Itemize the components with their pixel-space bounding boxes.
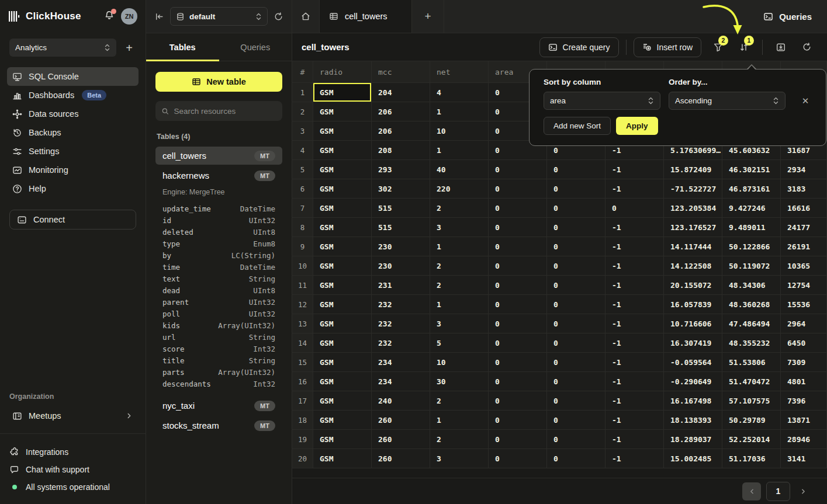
table-cell[interactable]: 12754 [781, 276, 827, 295]
table-cell[interactable]: 2964 [781, 314, 827, 333]
table-cell[interactable]: -1 [605, 276, 664, 295]
table-cell[interactable]: 0 [547, 449, 605, 468]
table-cell[interactable]: GSM [313, 179, 372, 199]
selected-cell[interactable]: GSM [313, 83, 372, 102]
table-cell[interactable]: 2 [430, 199, 489, 218]
sidebar-item-chat-support[interactable]: Chat with support [9, 461, 136, 478]
table-cell[interactable]: 0 [547, 314, 605, 333]
table-cell[interactable]: GSM [313, 256, 372, 276]
table-cell[interactable]: 260 [372, 411, 430, 430]
table-cell[interactable]: 0 [547, 372, 605, 391]
row-number[interactable]: 1 [292, 83, 313, 102]
table-cell[interactable]: 14.117444 [664, 237, 722, 256]
table-cell[interactable]: 15.002485 [664, 449, 722, 468]
column-header-radio[interactable]: radio [313, 61, 372, 83]
row-number[interactable]: 16 [292, 372, 313, 391]
table-cell[interactable]: 0 [489, 333, 547, 353]
table-cell[interactable]: GSM [313, 276, 372, 295]
table-cell[interactable]: 0 [605, 199, 664, 218]
apply-sort-button[interactable]: Apply [616, 117, 658, 135]
table-cell[interactable]: 0 [489, 199, 547, 218]
table-cell[interactable]: 208 [372, 141, 430, 160]
table-cell[interactable]: 0 [489, 160, 547, 179]
row-number[interactable]: 5 [292, 160, 313, 179]
table-cell[interactable]: 0 [547, 218, 605, 237]
table-cell[interactable]: 15536 [781, 295, 827, 314]
table-cell[interactable]: 51.53806 [722, 353, 781, 372]
table-cell[interactable]: 18.138393 [664, 411, 722, 430]
table-cell[interactable]: 260 [372, 449, 430, 468]
table-cell[interactable]: 1 [430, 411, 489, 430]
table-cell[interactable]: 0 [489, 276, 547, 295]
table-cell[interactable]: 0 [489, 179, 547, 199]
table-cell[interactable]: GSM [313, 391, 372, 411]
table-cell[interactable]: 10 [430, 353, 489, 372]
table-cell[interactable]: -1 [605, 295, 664, 314]
table-cell[interactable]: 0 [489, 295, 547, 314]
table-cell[interactable]: 0 [489, 353, 547, 372]
table-cell[interactable]: 4801 [781, 372, 827, 391]
sidebar-item-sql-console[interactable]: SQL Console [7, 67, 139, 86]
row-number[interactable]: 7 [292, 199, 313, 218]
current-page-button[interactable]: 1 [766, 482, 790, 501]
tab-tables[interactable]: Tables [146, 33, 219, 61]
workspace-selector[interactable]: Analytics [9, 39, 116, 57]
table-cell[interactable]: 3 [430, 314, 489, 333]
table-cell[interactable]: 1 [430, 295, 489, 314]
system-status-item[interactable]: All systems operational [9, 478, 136, 496]
table-cell[interactable]: 0 [489, 411, 547, 430]
sidebar-item-dashboards[interactable]: DashboardsBeta [7, 86, 139, 105]
table-cell[interactable]: 16.167498 [664, 391, 722, 411]
row-number[interactable]: 3 [292, 121, 313, 141]
table-cell[interactable]: 48.360268 [722, 295, 781, 314]
table-cell[interactable]: 234 [372, 372, 430, 391]
row-number[interactable]: 10 [292, 256, 313, 276]
home-tab[interactable] [292, 0, 320, 33]
table-cell[interactable]: 24177 [781, 218, 827, 237]
table-cell[interactable]: 16.057839 [664, 295, 722, 314]
table-cell[interactable]: 1 [430, 102, 489, 121]
table-cell[interactable]: 0 [547, 295, 605, 314]
table-cell[interactable]: 10 [430, 121, 489, 141]
table-cell[interactable]: GSM [313, 353, 372, 372]
table-cell[interactable]: 16.307419 [664, 333, 722, 353]
table-cell[interactable]: 232 [372, 314, 430, 333]
table-cell[interactable]: 30 [430, 372, 489, 391]
table-cell[interactable]: 47.486494 [722, 314, 781, 333]
sidebar-item-help[interactable]: Help [7, 179, 139, 198]
row-number[interactable]: 14 [292, 333, 313, 353]
search-box[interactable] [155, 101, 282, 121]
table-cell[interactable]: GSM [313, 295, 372, 314]
table-cell[interactable]: GSM [313, 449, 372, 468]
sidebar-item-monitoring[interactable]: Monitoring [7, 161, 139, 179]
sidebar-item-meetups[interactable]: Meetups [7, 406, 139, 425]
insert-row-button[interactable]: Insert row [634, 37, 701, 57]
table-cell[interactable]: 0 [547, 160, 605, 179]
table-cell[interactable]: 16616 [781, 199, 827, 218]
table-cell[interactable]: 3 [430, 218, 489, 237]
table-cell[interactable]: 220 [430, 179, 489, 199]
table-cell[interactable]: -1 [605, 372, 664, 391]
table-cell[interactable]: 302 [372, 179, 430, 199]
table-cell[interactable]: 51.470472 [722, 372, 781, 391]
table-cell[interactable]: 50.29789 [722, 411, 781, 430]
next-page-button[interactable] [795, 482, 811, 500]
table-cell[interactable]: 28946 [781, 430, 827, 449]
table-cell[interactable]: 123.205384 [664, 199, 722, 218]
database-selector[interactable]: default [170, 7, 268, 26]
table-cell[interactable]: 4 [430, 83, 489, 102]
table-cell[interactable]: 15.872409 [664, 160, 722, 179]
table-cell[interactable]: 50.122866 [722, 237, 781, 256]
table-cell[interactable]: 2 [430, 391, 489, 411]
table-cell[interactable]: 57.107575 [722, 391, 781, 411]
notifications-bell-icon[interactable] [103, 10, 116, 23]
tab-cell-towers[interactable]: cell_towers [320, 0, 412, 33]
table-cell[interactable]: -71.522727 [664, 179, 722, 199]
table-cell[interactable]: 0 [547, 276, 605, 295]
remove-sort-button[interactable]: ✕ [794, 92, 817, 110]
table-cell[interactable]: 0 [547, 256, 605, 276]
row-number[interactable]: 15 [292, 353, 313, 372]
sort-column-select[interactable]: area [544, 92, 660, 110]
table-cell[interactable]: 40 [430, 160, 489, 179]
column-header--[interactable]: # [292, 61, 313, 83]
